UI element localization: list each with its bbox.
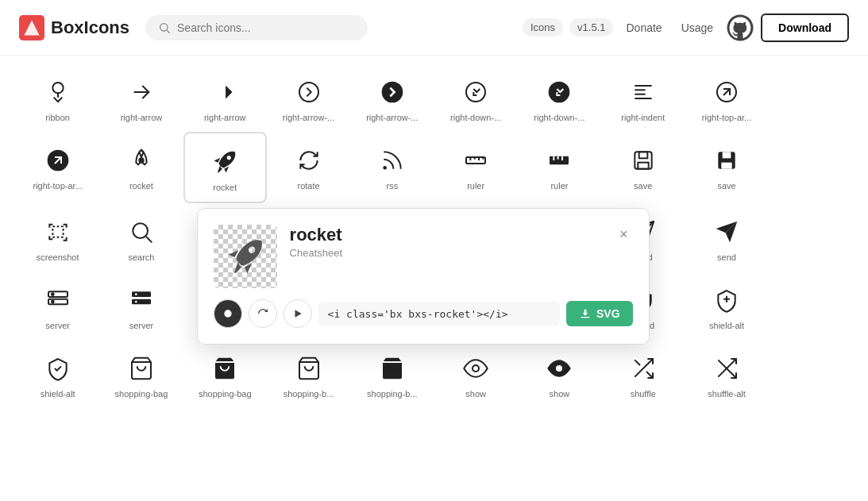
svg-line-38 <box>146 237 152 242</box>
donate-link[interactable]: Donate <box>619 18 668 37</box>
icon-label: ruler <box>550 181 568 191</box>
icon-label: right-indent <box>621 113 665 122</box>
svg-point-20 <box>384 167 386 169</box>
icon-label: shield-alt <box>709 321 744 330</box>
icon-label: ribbon <box>45 113 70 122</box>
svg-line-76 <box>635 360 640 365</box>
icon-shuffle[interactable]: shuffle <box>601 340 685 408</box>
icon-right-arrow-filled[interactable]: right-arrow <box>183 64 267 132</box>
right-indent-svg <box>627 76 659 108</box>
shield-alt-svg <box>711 284 743 316</box>
icon-label: server <box>129 321 154 330</box>
svg-rect-34 <box>723 152 731 158</box>
icon-ruler[interactable]: ruler <box>434 132 518 203</box>
style-rotate-button[interactable] <box>249 299 277 328</box>
icon-shield-alt[interactable]: shield-alt <box>685 272 768 340</box>
svg-point-50 <box>52 293 54 295</box>
svg-download-button[interactable]: SVG <box>566 301 633 326</box>
search-bar <box>145 15 368 40</box>
header: BoxIcons Icons v1.5.1 Donate Usage Downl… <box>0 0 868 56</box>
icon-rocket-outline[interactable]: rocket <box>99 132 183 203</box>
icon-right-arrow[interactable]: right-arrow <box>99 64 183 132</box>
logo-text: BoxIcons <box>51 17 129 38</box>
icon-right-indent[interactable]: right-indent <box>601 64 685 132</box>
svg-point-54 <box>135 293 137 295</box>
icon-shopping-bag2[interactable]: shopping-bag <box>183 340 267 408</box>
tooltip-controls: <i class='bx bxs-rocket'></i> SVG <box>214 299 633 328</box>
show2-svg <box>543 353 575 384</box>
download-button[interactable]: Download <box>761 13 849 42</box>
icon-right-arrow-circle[interactable]: right-arrow-... <box>267 64 350 132</box>
version-badge: v1.5.1 <box>569 18 613 37</box>
icon-ruler-filled[interactable]: ruler <box>518 132 601 203</box>
svg-rect-52 <box>132 291 151 297</box>
icon-send-filled[interactable]: send <box>685 203 768 272</box>
right-arrow-circle-filled-svg <box>376 76 408 108</box>
icon-label: right-arrow-... <box>366 113 418 122</box>
svg-point-5 <box>52 83 63 93</box>
icons-container: ribbon right-arrow right-arrow right-arr… <box>0 56 868 501</box>
style-filled-button[interactable] <box>214 299 242 328</box>
search-icon <box>158 21 171 34</box>
icon-show2[interactable]: show <box>518 340 601 408</box>
icon-label: shopping-b... <box>367 389 418 399</box>
icon-shopping-b[interactable]: shopping-b... <box>267 340 350 408</box>
shopping-bag-svg <box>125 353 157 384</box>
style-play-button[interactable] <box>284 299 312 328</box>
icon-label: save <box>634 181 652 191</box>
icon-label: screenshot <box>37 252 79 262</box>
ruler-filled-svg <box>543 145 575 176</box>
icon-label: shuffle-alt <box>708 389 746 399</box>
icon-save-filled[interactable]: save <box>685 132 768 203</box>
svg-rect-32 <box>638 163 648 169</box>
show-svg <box>460 353 492 384</box>
icons-grid: ribbon right-arrow right-arrow right-arr… <box>16 64 852 408</box>
icon-shopping-b2[interactable]: shopping-b... <box>350 340 434 408</box>
icon-label: rocket <box>129 181 153 191</box>
icon-save-outline[interactable]: save <box>601 132 685 203</box>
code-snippet[interactable]: <i class='bx bxs-rocket'></i> <box>318 302 560 326</box>
svg-rect-31 <box>638 152 647 158</box>
icon-right-top-ar-circle[interactable]: right-top-ar... <box>685 64 768 132</box>
search-input[interactable] <box>177 21 352 34</box>
icon-right-down-circle-filled[interactable]: right-down-... <box>518 64 601 132</box>
server-svg <box>42 284 74 316</box>
icon-label: ruler <box>467 181 484 191</box>
svg-line-3 <box>167 30 170 33</box>
shuffle-alt-svg <box>711 353 743 384</box>
icon-rss[interactable]: rss <box>350 132 434 203</box>
shuffle-svg <box>627 353 659 384</box>
svg-point-51 <box>52 301 54 303</box>
icon-server-filled[interactable]: server <box>99 272 183 340</box>
icon-label: right-arrow <box>204 113 246 122</box>
icon-server[interactable]: server <box>16 272 99 340</box>
svg-rect-53 <box>132 299 151 305</box>
icon-ribbon[interactable]: ribbon <box>16 64 99 132</box>
icon-label: shopping-bag <box>199 389 252 399</box>
save-filled-svg <box>711 145 743 176</box>
icon-label: rotate <box>297 181 319 191</box>
icon-right-down-circle[interactable]: right-down-... <box>434 64 518 132</box>
shopping-b2-svg <box>376 353 408 384</box>
icon-shield-alt2[interactable]: shield-alt <box>16 340 99 408</box>
icon-label: right-arrow <box>121 113 163 122</box>
icon-screenshot[interactable]: screenshot <box>16 203 99 272</box>
tooltip-close-button[interactable]: × <box>615 225 633 245</box>
icon-right-top-ar-filled[interactable]: right-top-ar... <box>16 132 99 203</box>
tooltip-popup: rocket Cheatsheet × <i class='bx b <box>197 208 650 345</box>
icon-label: shopping-b... <box>284 389 334 399</box>
logo[interactable]: BoxIcons <box>19 15 129 40</box>
github-icon[interactable] <box>726 13 754 42</box>
usage-link[interactable]: Usage <box>675 18 719 37</box>
icon-shopping-bag[interactable]: shopping-bag <box>99 340 183 408</box>
icon-rocket-selected[interactable]: rocket rocket Cheatsheet × <box>183 132 267 203</box>
icon-rotate[interactable]: rotate <box>267 132 350 203</box>
svg-point-17 <box>139 158 143 162</box>
spacer-3 <box>769 203 852 272</box>
svg-point-73 <box>556 365 562 372</box>
icon-show[interactable]: show <box>434 340 518 408</box>
icon-search[interactable]: search <box>99 203 183 272</box>
svg-point-37 <box>133 223 148 238</box>
icon-right-arrow-circle-filled[interactable]: right-arrow-... <box>350 64 434 132</box>
icon-shuffle-alt[interactable]: shuffle-alt <box>685 340 768 408</box>
